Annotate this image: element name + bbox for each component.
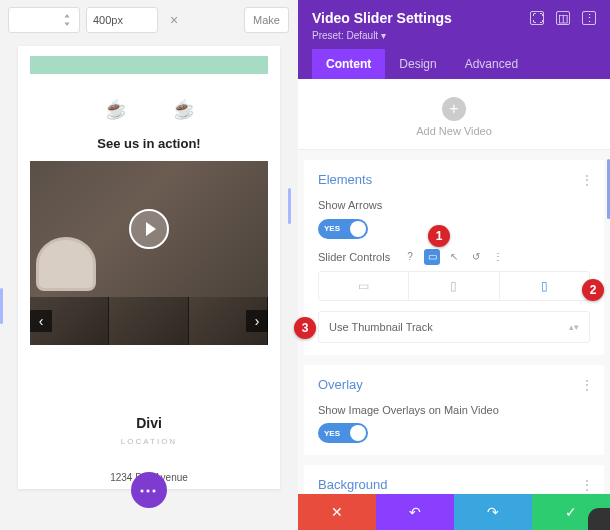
- section-menu-icon[interactable]: ⋮: [580, 377, 594, 393]
- panel-title: Video Slider Settings: [312, 10, 530, 26]
- undo-button[interactable]: ↶: [376, 494, 454, 530]
- device-selector: ▭ ▯ ▯: [318, 271, 590, 301]
- thumbnail-track: ‹ ›: [30, 297, 268, 345]
- section-title: Elements: [318, 172, 590, 187]
- slider-controls-label: Slider Controls ? ▭ ↖ ↺ ⋮: [318, 249, 590, 265]
- add-video-label: Add New Video: [298, 125, 610, 137]
- brand-title: Divi: [18, 415, 280, 431]
- slider-controls-text: Slider Controls: [318, 251, 390, 263]
- section-title: Background: [318, 477, 590, 492]
- show-overlays-label: Show Image Overlays on Main Video: [318, 404, 590, 416]
- expand-icon[interactable]: ⛶: [530, 11, 544, 25]
- footer-block: Divi LOCATION 1234 Divi Avenue: [18, 345, 280, 489]
- plus-icon: +: [442, 97, 466, 121]
- panel-header: Video Slider Settings ⛶ ◫ ⋮ Preset: Defa…: [298, 0, 610, 79]
- help-icon[interactable]: ?: [402, 249, 418, 265]
- tab-design[interactable]: Design: [385, 49, 450, 79]
- tab-content[interactable]: Content: [312, 49, 385, 79]
- cancel-button[interactable]: ✕: [298, 494, 376, 530]
- settings-panel: Video Slider Settings ⛶ ◫ ⋮ Preset: Defa…: [298, 0, 610, 530]
- drag-handle-left[interactable]: [0, 288, 3, 324]
- drag-handle-right[interactable]: [288, 188, 291, 224]
- panel-body: + Add New Video Elements ⋮ Show Arrows Y…: [298, 79, 610, 494]
- close-icon[interactable]: ×: [164, 12, 184, 28]
- preset-selector[interactable]: Preset: Default ▾: [312, 30, 596, 41]
- more-icon[interactable]: ⋮: [582, 11, 596, 25]
- hero-bg: [30, 56, 268, 74]
- stepper[interactable]: [8, 7, 80, 33]
- show-arrows-toggle[interactable]: YES: [318, 219, 368, 239]
- section-menu-icon[interactable]: ⋮: [580, 477, 594, 493]
- add-video-button[interactable]: + Add New Video: [298, 79, 610, 150]
- background-section: Background ⋮ Background: [304, 465, 604, 494]
- redo-button[interactable]: ↷: [454, 494, 532, 530]
- select-value: Use Thumbnail Track: [329, 321, 433, 333]
- overlay-section: Overlay ⋮ Show Image Overlays on Main Vi…: [304, 365, 604, 456]
- preview-pane: 400px × Make ☕☕ See us in action! ‹ › Di…: [0, 0, 297, 530]
- responsive-icon[interactable]: ▭: [424, 249, 440, 265]
- next-arrow-icon[interactable]: ›: [246, 310, 268, 332]
- panel-footer: ✕ ↶ ↷ ✓: [298, 494, 610, 530]
- field-tool-icons: ? ▭ ↖ ↺ ⋮: [402, 249, 506, 265]
- tablet-icon[interactable]: ▯: [409, 272, 499, 300]
- location-label: LOCATION: [18, 437, 280, 446]
- menu-icon[interactable]: ⋮: [490, 249, 506, 265]
- callout-1: 1: [428, 225, 450, 247]
- thumbnail-track-select[interactable]: Use Thumbnail Track ▴▾: [318, 311, 590, 343]
- heading-text: See us in action!: [97, 136, 200, 151]
- show-overlays-toggle[interactable]: YES: [318, 423, 368, 443]
- preview-heading: ☕☕ See us in action!: [18, 136, 280, 151]
- elements-section: Elements ⋮ Show Arrows YES Slider Contro…: [304, 160, 604, 355]
- desktop-icon[interactable]: ▭: [319, 272, 409, 300]
- responsive-toolbar: 400px × Make: [0, 0, 297, 40]
- module-fab[interactable]: ⋯: [131, 472, 167, 508]
- chevron-updown-icon: ▴▾: [569, 322, 579, 332]
- resize-corner[interactable]: [588, 508, 610, 530]
- video-hero[interactable]: [30, 161, 268, 297]
- beans-icon: ☕☕: [104, 98, 194, 120]
- section-title: Overlay: [318, 377, 590, 392]
- make-button[interactable]: Make: [244, 7, 289, 33]
- phone-icon[interactable]: ▯: [500, 272, 589, 300]
- hover-icon[interactable]: ↖: [446, 249, 462, 265]
- panel-tabs: Content Design Advanced: [312, 49, 596, 79]
- cup-graphic: [36, 237, 96, 291]
- tab-advanced[interactable]: Advanced: [451, 49, 532, 79]
- callout-2: 2: [582, 279, 604, 301]
- width-input[interactable]: 400px: [86, 7, 158, 33]
- thumb[interactable]: [109, 297, 188, 345]
- reset-icon[interactable]: ↺: [468, 249, 484, 265]
- play-icon[interactable]: [129, 209, 169, 249]
- page-preview: ☕☕ See us in action! ‹ › Divi LOCATION 1…: [18, 46, 280, 489]
- callout-3: 3: [294, 317, 316, 339]
- snap-icon[interactable]: ◫: [556, 11, 570, 25]
- show-arrows-label: Show Arrows: [318, 199, 590, 211]
- prev-arrow-icon[interactable]: ‹: [30, 310, 52, 332]
- section-menu-icon[interactable]: ⋮: [580, 172, 594, 188]
- updown-icon: [61, 14, 73, 26]
